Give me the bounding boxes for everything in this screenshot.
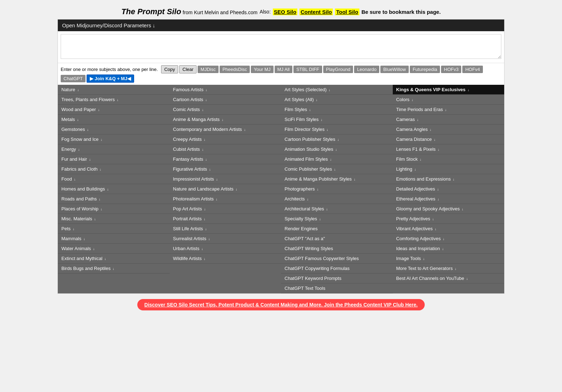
list-item[interactable]: Birds Bugs and Reptiles ↓ bbox=[58, 264, 170, 274]
list-item[interactable]: Gloomy and Spooky Adjectives ↓ bbox=[393, 204, 505, 214]
list-item[interactable]: Fog Snow and Ice ↓ bbox=[58, 134, 170, 144]
chatgpt-button[interactable]: ChatGPT bbox=[61, 75, 86, 82]
discord-params-bar[interactable]: Open Midjourney/Discord Parameters ↓ bbox=[58, 20, 504, 31]
list-item[interactable]: ChatGPT Copywriting Formulas bbox=[281, 264, 393, 274]
list-item[interactable]: Comic Publisher Styles ↓ bbox=[281, 164, 393, 174]
list-item[interactable]: Urban Artists ↓ bbox=[170, 244, 281, 254]
list-item[interactable]: Cameras ↓ bbox=[393, 115, 505, 125]
list-item[interactable]: Nature and Landscape Artists ↓ bbox=[170, 184, 281, 194]
list-item[interactable]: Film Styles ↓ bbox=[281, 105, 393, 115]
subject-input[interactable] bbox=[61, 34, 501, 59]
bluewillow-button[interactable]: BlueWillow bbox=[380, 66, 409, 73]
list-item[interactable]: Pop Art Artists ↓ bbox=[170, 204, 281, 214]
list-item[interactable]: Energy ↓ bbox=[58, 144, 170, 154]
list-item[interactable]: Vibrant Adjectives ↓ bbox=[393, 224, 505, 234]
list-item[interactable]: Film Director Styles ↓ bbox=[281, 125, 393, 134]
list-item[interactable]: Places of Worship ↓ bbox=[58, 204, 170, 214]
mjall-button[interactable]: MJ All bbox=[275, 66, 293, 73]
list-item[interactable]: More Text to Art Generators ↓ bbox=[393, 264, 505, 274]
list-item[interactable]: Contemporary and Modern Artists ↓ bbox=[170, 125, 281, 134]
list-item[interactable]: Animation Studio Styles ↓ bbox=[281, 144, 393, 154]
list-item[interactable]: ChatGPT Famous Copywriter Styles bbox=[281, 254, 393, 264]
list-item[interactable]: Still Life Artists ↓ bbox=[170, 224, 281, 234]
list-item[interactable]: Fabrics and Cloth ↓ bbox=[58, 164, 170, 174]
tool-silo-link[interactable]: Tool Silo bbox=[335, 9, 359, 15]
list-item[interactable]: Art Styles (All) ↓ bbox=[281, 95, 393, 105]
list-item[interactable]: Cartoon Publisher Styles ↓ bbox=[281, 134, 393, 144]
stbldiff-button[interactable]: STBL DIFF bbox=[293, 66, 322, 73]
list-item[interactable]: Lenses F1 & Pixels ↓ bbox=[393, 144, 505, 154]
list-item[interactable]: Fur and Hair ↓ bbox=[58, 154, 170, 164]
list-item[interactable]: Gemstones ↓ bbox=[58, 125, 170, 134]
list-item[interactable]: ChatGPT Writing Styles bbox=[281, 244, 393, 254]
join-kq-button[interactable]: ▶ Join K&Q + MJ◀ bbox=[87, 74, 134, 83]
futurepedia-button[interactable]: Futurepedia bbox=[410, 66, 440, 73]
mjdisc-button[interactable]: MJDisc bbox=[198, 66, 219, 73]
list-item[interactable]: Metals ↓ bbox=[58, 115, 170, 125]
playground-button[interactable]: PlayGround bbox=[323, 66, 353, 73]
main-panel: Open Midjourney/Discord Parameters ↓ Ent… bbox=[57, 19, 505, 294]
list-item[interactable]: Figurative Artists ↓ bbox=[170, 164, 281, 174]
list-item[interactable]: Fantasy Artists ↓ bbox=[170, 154, 281, 164]
list-item[interactable]: Comforting Adjectives ↓ bbox=[393, 234, 505, 244]
copy-button[interactable]: Copy bbox=[161, 65, 178, 73]
list-item[interactable]: Detailed Adjectives ↓ bbox=[393, 184, 505, 194]
list-item[interactable]: Ethereal Adjectives ↓ bbox=[393, 194, 505, 204]
list-item[interactable]: Render Engines bbox=[281, 224, 393, 234]
list-item[interactable]: Roads and Paths ↓ bbox=[58, 194, 170, 204]
list-item[interactable]: Surrealist Artists ↓ bbox=[170, 234, 281, 244]
list-item[interactable]: Colors ↓ bbox=[393, 95, 505, 105]
list-item[interactable]: Architects ↓ bbox=[281, 194, 393, 204]
clear-button[interactable]: Clear bbox=[179, 65, 197, 73]
list-item[interactable]: Wood and Paper ↓ bbox=[58, 105, 170, 115]
list-item[interactable]: Nature ↓ bbox=[58, 85, 170, 95]
list-item[interactable]: Impressionist Artists ↓ bbox=[170, 174, 281, 184]
list-item[interactable]: Wildlife Artists ↓ bbox=[170, 254, 281, 264]
list-item[interactable]: Emotions and Expressions ↓ bbox=[393, 174, 505, 184]
pheedsdisc-button[interactable]: PheedsDisc bbox=[220, 66, 250, 73]
seo-silo-link[interactable]: SEO Silo bbox=[273, 9, 297, 15]
list-item[interactable]: Pets ↓ bbox=[58, 224, 170, 234]
vip-exclusives-item[interactable]: Kings & Queens VIP Exclusives ↓ bbox=[393, 85, 505, 95]
list-item[interactable]: Film Stock ↓ bbox=[393, 154, 505, 164]
list-item[interactable]: Cartoon Artists ↓ bbox=[170, 95, 281, 105]
list-item[interactable]: Cubist Artists ↓ bbox=[170, 144, 281, 154]
list-item[interactable]: Image Tools ↓ bbox=[393, 254, 505, 264]
list-item[interactable]: Misc. Materials ↓ bbox=[58, 214, 170, 224]
list-item[interactable]: Trees, Plants and Flowers ↓ bbox=[58, 95, 170, 105]
list-item[interactable]: Comic Artists ↓ bbox=[170, 105, 281, 115]
list-item[interactable]: Extinct and Mythical ↓ bbox=[58, 254, 170, 264]
list-item[interactable]: Ideas and Inspiriation ↓ bbox=[393, 244, 505, 254]
leonardo-button[interactable]: Leonardo bbox=[354, 66, 379, 73]
hofv4-button[interactable]: HOFv4 bbox=[462, 66, 483, 73]
list-item[interactable]: Photorealism Artists ↓ bbox=[170, 194, 281, 204]
list-item[interactable]: SciFi Film Styles ↓ bbox=[281, 115, 393, 125]
list-item[interactable]: Creepy Artists ↓ bbox=[170, 134, 281, 144]
list-item[interactable]: Food ↓ bbox=[58, 174, 170, 184]
list-item[interactable]: Portrait Artists ↓ bbox=[170, 214, 281, 224]
list-item[interactable]: ChatGPT "Act as a" bbox=[281, 234, 393, 244]
list-item[interactable]: Mammals ↓ bbox=[58, 234, 170, 244]
list-item[interactable]: Specialty Styles ↓ bbox=[281, 214, 393, 224]
list-item[interactable]: Best AI Art Channels on YouTube ↓ bbox=[393, 274, 505, 283]
list-item[interactable]: Famous Artists ↓ bbox=[170, 85, 281, 95]
hofv3-button[interactable]: HOFv3 bbox=[441, 66, 461, 73]
list-item[interactable]: Time Periods and Eras ↓ bbox=[393, 105, 505, 115]
list-item[interactable]: Art Styles (Selected) ↓ bbox=[281, 85, 393, 95]
list-item[interactable]: Anime & Manga Artists ↓ bbox=[170, 115, 281, 125]
list-item[interactable]: Camera Distance ↓ bbox=[393, 134, 505, 144]
footer-vip-link[interactable]: Discover SEO Silo Secret Tips, Potent Pr… bbox=[137, 299, 425, 310]
list-item[interactable]: Architectural Styles ↓ bbox=[281, 204, 393, 214]
yourmj-button[interactable]: Your MJ bbox=[251, 66, 273, 73]
list-item[interactable]: ChatGPT Keyword Prompts bbox=[281, 274, 393, 283]
list-item[interactable]: Photographers ↓ bbox=[281, 184, 393, 194]
list-item[interactable]: Lighting ↓ bbox=[393, 164, 505, 174]
list-item[interactable]: Homes and Buildings ↓ bbox=[58, 184, 170, 194]
list-item[interactable]: Anime & Manga Publisher Styles ↓ bbox=[281, 174, 393, 184]
list-item[interactable]: Camera Angles ↓ bbox=[393, 125, 505, 134]
list-item[interactable]: ChatGPT Text Tools bbox=[281, 283, 393, 293]
list-item[interactable]: Animated Film Styles ↓ bbox=[281, 154, 393, 164]
list-item[interactable]: Pretty Adjectives ↓ bbox=[393, 214, 505, 224]
list-item[interactable]: Water Animals ↓ bbox=[58, 244, 170, 254]
content-silo-link[interactable]: Content Silo bbox=[299, 9, 333, 15]
